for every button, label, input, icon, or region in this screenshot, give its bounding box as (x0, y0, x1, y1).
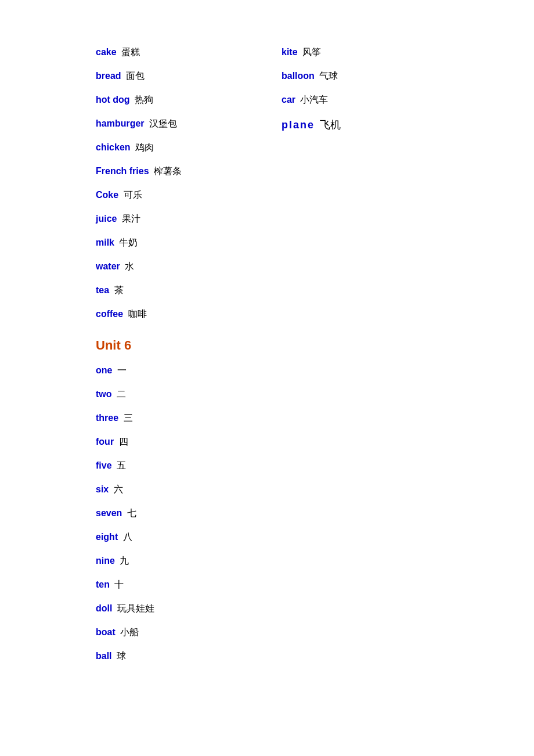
unit-vocab-item-12: ball 球 (96, 650, 534, 663)
vocab-zh: 球 (114, 651, 126, 661)
vocab-en: car (282, 95, 295, 105)
vocab-en: ten (96, 579, 110, 589)
vocab-zh: 可乐 (121, 190, 142, 200)
vocab-zh: 八 (120, 532, 132, 542)
vocab-zh: 玩具娃娃 (114, 603, 154, 613)
vocab-item-left-4: chicken 鸡肉 (96, 142, 282, 154)
unit-vocab-item-4: five 五 (96, 460, 534, 472)
vocab-en: hamburger (96, 118, 145, 128)
vocab-item-left-6: Coke 可乐 (96, 189, 282, 201)
vocab-en: one (96, 365, 112, 375)
vocab-zh: 飞机 (317, 119, 341, 131)
vocab-zh: 七 (124, 508, 136, 518)
vocab-zh: 鸡肉 (133, 142, 154, 152)
vocab-item-left-11: coffee 咖啡 (96, 308, 282, 321)
vocab-en: two (96, 389, 112, 399)
unit-vocab-item-8: nine 九 (96, 555, 534, 567)
vocab-zh: 一 (114, 365, 126, 375)
vocab-zh: 小汽车 (298, 95, 328, 105)
unit-vocab-item-6: seven 七 (96, 507, 534, 520)
vocab-en: chicken (96, 142, 131, 152)
vocab-item-right-3: plane 飞机 (282, 118, 511, 132)
vocab-zh: 牛奶 (117, 237, 138, 247)
vocab-zh: 热狗 (132, 95, 153, 105)
unit-section: one 一two 二three 三four 四five 五six 六seven … (96, 365, 534, 663)
vocab-col-right: kite 风筝balloon 气球car 小汽车plane 飞机 (282, 46, 511, 332)
vocab-en: cake (96, 47, 117, 57)
vocab-en: Coke (96, 190, 118, 200)
vocab-en: French fries (96, 166, 149, 176)
vocab-zh: 风筝 (300, 47, 321, 57)
vocab-zh: 榨薯条 (151, 166, 182, 176)
vocab-zh: 茶 (111, 285, 123, 295)
vocab-section-top: cake 蛋糕bread 面包hot dog 热狗hamburger 汉堡包ch… (96, 46, 511, 332)
vocab-item-right-0: kite 风筝 (282, 46, 511, 59)
vocab-en: six (96, 484, 109, 494)
vocab-item-right-2: car 小汽车 (282, 94, 511, 106)
vocab-item-left-1: bread 面包 (96, 70, 282, 82)
vocab-item-left-9: water 水 (96, 261, 282, 273)
vocab-zh: 五 (114, 460, 126, 470)
vocab-item-left-0: cake 蛋糕 (96, 46, 282, 59)
unit-vocab-item-0: one 一 (96, 365, 534, 377)
unit-vocab-item-3: four 四 (96, 436, 534, 448)
vocab-zh: 小船 (118, 627, 139, 637)
unit-vocab-item-7: eight 八 (96, 531, 534, 543)
vocab-en: seven (96, 508, 122, 518)
vocab-en: nine (96, 556, 115, 566)
unit-vocab-item-5: six 六 (96, 484, 534, 496)
unit-vocab-item-10: doll 玩具娃娃 (96, 603, 534, 615)
vocab-en: bread (96, 71, 121, 81)
vocab-col-left: cake 蛋糕bread 面包hot dog 热狗hamburger 汉堡包ch… (96, 46, 282, 332)
vocab-en: five (96, 460, 112, 470)
unit-vocab-item-2: three 三 (96, 412, 534, 424)
vocab-en: eight (96, 532, 118, 542)
page-content: cake 蛋糕bread 面包hot dog 热狗hamburger 汉堡包ch… (0, 0, 534, 709)
vocab-en: ball (96, 651, 112, 661)
vocab-en: boat (96, 627, 116, 637)
vocab-zh: 蛋糕 (119, 47, 140, 57)
vocab-item-right-1: balloon 气球 (282, 70, 511, 82)
vocab-zh: 果汁 (119, 214, 140, 224)
vocab-item-left-2: hot dog 热狗 (96, 94, 282, 106)
vocab-en: four (96, 437, 114, 447)
vocab-zh: 水 (122, 261, 134, 271)
vocab-en: coffee (96, 309, 123, 319)
vocab-zh: 九 (117, 556, 129, 566)
vocab-en: milk (96, 237, 114, 247)
vocab-zh: 气球 (317, 71, 338, 81)
vocab-item-left-8: milk 牛奶 (96, 237, 282, 249)
vocab-en: balloon (282, 71, 315, 81)
vocab-zh: 汉堡包 (147, 118, 177, 128)
vocab-item-left-10: tea 茶 (96, 285, 282, 297)
vocab-zh: 二 (114, 389, 126, 399)
vocab-zh: 六 (111, 484, 122, 494)
vocab-zh: 咖啡 (125, 309, 146, 319)
vocab-en: juice (96, 214, 117, 224)
vocab-zh: 十 (112, 579, 124, 589)
vocab-en: doll (96, 603, 112, 613)
unit-vocab-item-1: two 二 (96, 388, 534, 401)
vocab-item-left-7: juice 果汁 (96, 213, 282, 225)
vocab-en: three (96, 413, 118, 423)
vocab-en: kite (282, 47, 298, 57)
unit-vocab-item-9: ten 十 (96, 579, 534, 591)
vocab-en: hot dog (96, 95, 130, 105)
vocab-item-left-5: French fries 榨薯条 (96, 165, 282, 178)
vocab-en: tea (96, 285, 109, 295)
vocab-zh: 面包 (124, 71, 145, 81)
vocab-zh: 三 (121, 413, 132, 423)
unit-vocab-item-11: boat 小船 (96, 627, 534, 639)
vocab-en: water (96, 261, 120, 271)
unit-heading: Unit 6 (96, 338, 534, 353)
vocab-item-left-3: hamburger 汉堡包 (96, 118, 282, 130)
vocab-en: plane (282, 119, 315, 131)
vocab-zh: 四 (116, 437, 128, 447)
